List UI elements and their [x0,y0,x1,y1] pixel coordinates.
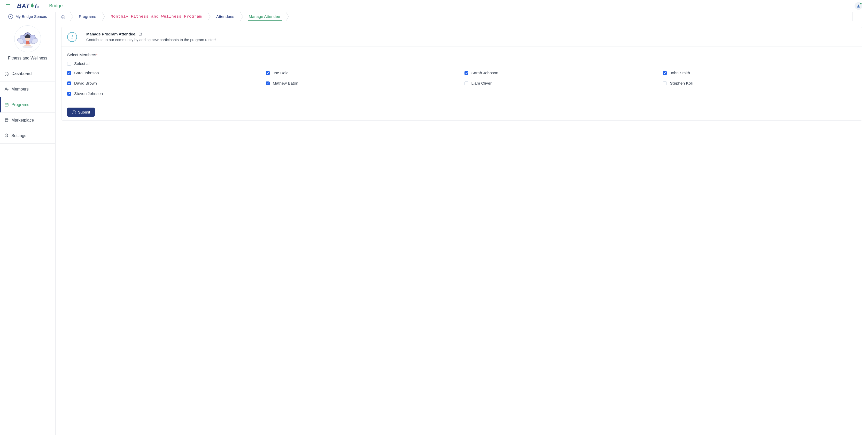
breadcrumb-home[interactable] [61,12,70,21]
user-avatar-button[interactable] [855,2,862,10]
calendar-icon [4,103,9,107]
breadcrumb-back-label: My Bridge Spaces [16,14,47,19]
svg-point-8 [22,46,33,48]
space-name: Fitness and Wellness [8,56,47,60]
member-name: Mathew Eaton [273,81,299,86]
checkbox-icon [266,71,270,75]
breadcrumb-program-name[interactable]: Monthly Fitness and Wellness Program [105,12,208,21]
breadcrumb-attendees[interactable]: Attendees [211,12,240,21]
sidebar: Fitness and Wellness Dashboard Members P… [0,21,56,435]
space-avatar [14,25,41,52]
nav-item-settings[interactable]: Settings [0,128,55,144]
member-checkbox[interactable]: Joe Dale [266,70,459,75]
logo[interactable]: BAT I® [17,2,39,9]
checkbox-icon [663,71,667,75]
chevron-right-icon [208,12,211,21]
nav-item-dashboard[interactable]: Dashboard [0,66,55,82]
members-grid: Sara JohnsonJoe DaleSarah JohnsonJohn Sm… [67,70,857,96]
member-name: John Smith [670,70,690,75]
nav-item-label: Settings [11,134,26,138]
field-label-text: Select Members [67,53,96,57]
breadcrumb-program-name-label: Monthly Fitness and Wellness Program [111,14,202,19]
breadcrumb-manage-attendee-label: Manage Attendee [249,14,280,19]
gear-icon [4,134,9,138]
member-checkbox[interactable]: David Brown [67,81,261,86]
card-footer: Submit [61,104,862,120]
member-checkbox[interactable]: Sara Johnson [67,70,261,75]
form-body: Select Members* Select all Sara JohnsonJ… [61,47,862,104]
info-icon: i [67,32,77,42]
select-all-checkbox[interactable]: Select all [67,61,857,66]
checkbox-icon [67,62,71,66]
breadcrumb-programs[interactable]: Programs [73,12,102,21]
logo-leaf-icon [30,2,35,9]
logo-registered: ® [37,6,39,8]
nav-item-members[interactable]: Members [0,82,55,97]
sidebar-nav: Dashboard Members Programs Marketplace [0,66,55,144]
home-icon [4,71,9,76]
nav-item-marketplace[interactable]: Marketplace [0,113,55,128]
checkbox-icon [464,71,468,75]
member-name: Joe Dale [273,70,288,75]
member-checkbox[interactable]: Mathew Eaton [266,81,459,86]
submit-button-label: Submit [78,110,90,114]
chevron-right-icon [70,12,73,21]
member-checkbox[interactable]: Stephen Koli [663,81,857,86]
svg-point-0 [858,4,859,6]
select-all-label: Select all [74,61,90,66]
breadcrumb-programs-label: Programs [79,14,96,19]
member-name: Sara Johnson [74,70,99,75]
chevron-right-icon [102,12,105,21]
breadcrumb-manage-attendee[interactable]: Manage Attendee [243,12,286,21]
select-members-label: Select Members* [67,53,857,57]
member-name: Steven Johnson [74,91,103,96]
nav-item-label: Members [11,87,29,91]
chevron-right-icon [240,12,243,21]
nav-item-programs[interactable]: Programs [0,97,55,113]
checkbox-icon [266,82,270,85]
back-arrow-icon [8,14,13,19]
sidebar-header: Fitness and Wellness [0,21,55,66]
svg-rect-11 [5,104,8,106]
member-checkbox[interactable]: Steven Johnson [67,91,261,96]
info-title: Manage Program Attendee! [86,32,136,36]
arrow-right-circle-icon [72,110,76,114]
nav-item-label: Dashboard [11,71,32,76]
member-name: Stephen Koli [670,81,692,86]
triangle-left-icon [859,15,862,18]
top-header: BAT I® Bridge [0,0,868,12]
checkbox-icon [67,92,71,96]
breadcrumb-back[interactable]: My Bridge Spaces [0,12,56,21]
breadcrumb-attendees-label: Attendees [216,14,234,19]
app-name[interactable]: Bridge [49,3,63,8]
home-icon [61,14,65,19]
breadcrumb-main: Programs Monthly Fitness and Wellness Pr… [56,12,852,21]
submit-button[interactable]: Submit [67,108,95,117]
collapse-panel-button[interactable] [852,12,868,21]
store-icon [4,118,9,123]
members-icon [4,87,9,91]
breadcrumb-bar: My Bridge Spaces Programs Monthly Fitnes… [0,12,868,21]
info-banner: i Manage Program Attendee! Contribute to… [61,27,862,47]
svg-point-10 [7,88,8,89]
member-checkbox[interactable]: John Smith [663,70,857,75]
logo-text-2: I [35,2,37,9]
info-subtitle: Contribute to our community by adding ne… [86,38,216,42]
checkbox-icon [663,82,667,85]
svg-point-9 [5,88,6,89]
user-icon [857,4,861,8]
member-checkbox[interactable]: Sarah Johnson [464,70,658,75]
manage-attendee-card: i Manage Program Attendee! Contribute to… [61,27,862,120]
svg-point-12 [6,135,7,136]
member-name: Sarah Johnson [471,70,498,75]
external-link-icon[interactable] [138,32,142,36]
nav-item-label: Marketplace [11,118,34,123]
info-text: Manage Program Attendee! Contribute to o… [86,32,216,42]
logo-text-1: BAT [17,2,30,9]
member-checkbox[interactable]: Liam Oliver [464,81,658,86]
hamburger-menu-icon[interactable] [6,4,10,8]
nav-item-label: Programs [11,103,29,107]
required-asterisk: * [96,53,98,57]
chevron-right-icon [286,12,289,21]
meditation-avatar-icon [17,28,39,50]
